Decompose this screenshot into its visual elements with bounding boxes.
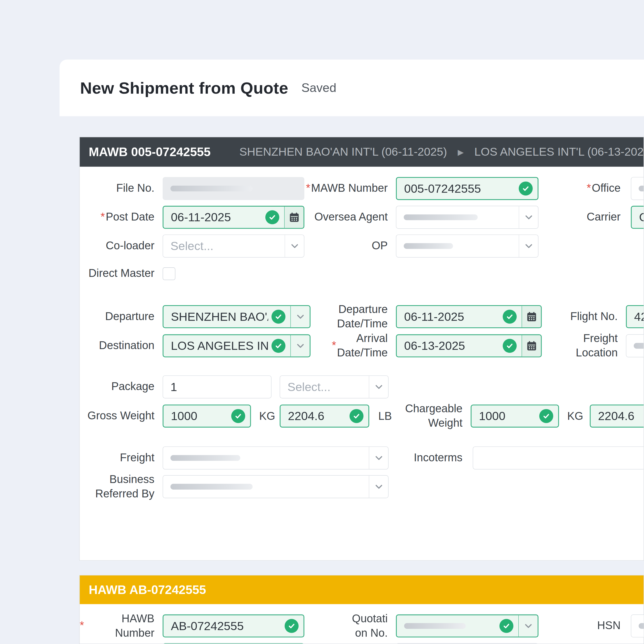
gross-weight-kg-field[interactable]: 1000 [163, 404, 251, 427]
incoterms-label: Incoterms [405, 446, 463, 469]
co-loader-select[interactable]: Select... [163, 234, 304, 257]
redacted-value [639, 186, 644, 191]
hawb-section: HAWB AB-07242555 *HAWB Number AB-0724255… [79, 575, 644, 644]
departure-select[interactable]: SHENZHEN BAO'AN INT'L [163, 305, 311, 328]
check-icon [231, 409, 245, 423]
hsn-label: HSN [586, 614, 621, 637]
file-no-field[interactable] [163, 177, 304, 200]
gross-weight-lb-field[interactable]: 2204.6 [280, 404, 369, 427]
kg-unit-label: KG [259, 404, 280, 427]
oversea-agent-select[interactable] [396, 206, 538, 229]
chevron-down-icon[interactable] [519, 206, 538, 228]
redacted-value [404, 623, 466, 629]
chargeable-weight-lb-value: 2204.6 [591, 409, 644, 423]
chargeable-weight-kg-value: 1000 [472, 409, 536, 423]
check-icon [285, 619, 299, 633]
hawb-number-value: AB-07242555 [163, 619, 281, 633]
chargeable-weight-lb-field[interactable]: 2204.6 [590, 404, 644, 427]
flight-no-label: Flight No. [564, 305, 618, 328]
flight-no-field[interactable]: 42 [626, 305, 644, 328]
package-count-value: 1 [163, 380, 271, 394]
check-icon [272, 310, 285, 323]
mawb-route-destination: LOS ANGELES INT'L (06-13-2025) [474, 145, 644, 159]
mawb-header-bar: MAWB 005-07242555 SHENZHEN BAO'AN INT'L … [80, 137, 644, 167]
redacted-value [404, 214, 478, 220]
lb-unit-label: LB [378, 404, 399, 427]
destination-value: LOS ANGELES INT'L [163, 339, 268, 353]
oversea-agent-label: Oversea Agent [302, 206, 388, 229]
freight-select[interactable] [163, 446, 389, 469]
post-date-field[interactable]: 06-11-2025 [163, 206, 304, 229]
check-icon [539, 409, 553, 423]
redacted-value [639, 623, 644, 629]
redacted-value [404, 243, 453, 249]
freight-location-field[interactable] [626, 334, 644, 357]
mawb-form: File No. *MAWB Number 005-07242555 *Offi… [80, 167, 644, 561]
mawb-title: MAWB 005-07242555 [89, 145, 211, 159]
partial-field[interactable] [163, 643, 304, 644]
check-icon [265, 210, 279, 224]
quotation-no-label: Quotation No. [351, 614, 388, 637]
package-count-field[interactable]: 1 [163, 375, 272, 398]
office-label: *Office [575, 177, 621, 200]
calendar-icon[interactable] [284, 207, 303, 228]
hsn-field[interactable] [631, 614, 644, 637]
package-label: Package [80, 375, 154, 398]
hawb-number-label: *HAWB Number [80, 614, 154, 637]
freight-location-label: Freight Location [564, 334, 618, 357]
chevron-down-icon[interactable] [285, 235, 304, 257]
arrival-datetime-field[interactable]: 06-13-2025 [396, 334, 542, 357]
chevron-down-icon[interactable] [369, 476, 388, 498]
business-referred-by-select[interactable] [163, 475, 389, 498]
chevron-down-icon[interactable] [518, 615, 538, 637]
kg-unit-label: KG [567, 404, 588, 427]
route-arrow-icon: ▶ [458, 147, 464, 157]
required-marker: * [101, 210, 105, 224]
mawb-number-field[interactable]: 005-07242555 [396, 177, 538, 200]
destination-label: Destination [80, 334, 154, 357]
incoterms-field[interactable] [473, 446, 644, 469]
office-field[interactable] [631, 177, 644, 200]
co-loader-placeholder: Select... [163, 239, 284, 253]
quotation-no-select[interactable] [396, 614, 538, 637]
carrier-field[interactable]: C [631, 206, 644, 229]
calendar-icon[interactable] [522, 306, 541, 327]
chevron-down-icon[interactable] [369, 376, 388, 398]
chevron-down-icon[interactable] [369, 447, 388, 469]
destination-select[interactable]: LOS ANGELES INT'L [163, 334, 311, 357]
hawb-number-field[interactable]: AB-07242555 [163, 614, 304, 637]
departure-datetime-value: 06-11-2025 [397, 310, 499, 323]
required-marker: * [306, 181, 310, 196]
partial-field[interactable] [396, 643, 538, 644]
chevron-down-icon[interactable] [290, 335, 310, 357]
co-loader-label: Co-loader [80, 234, 154, 257]
arrival-datetime-value: 06-13-2025 [397, 339, 499, 353]
chevron-down-icon[interactable] [290, 306, 310, 327]
carrier-label: Carrier [575, 206, 621, 229]
op-label: OP [302, 234, 388, 257]
check-icon [519, 181, 533, 195]
gross-weight-label: Gross Weight [80, 404, 154, 427]
direct-master-label: Direct Master [80, 267, 154, 281]
package-type-select[interactable]: Select... [280, 375, 389, 398]
hawb-form: *HAWB Number AB-07242555 Quotation No. H… [80, 604, 644, 644]
flight-no-value: 42 [627, 310, 644, 323]
redacted-value [171, 186, 253, 191]
chargeable-weight-kg-field[interactable]: 1000 [471, 404, 559, 427]
mawb-section: MAWB 005-07242555 SHENZHEN BAO'AN INT'L … [79, 137, 644, 561]
calendar-icon[interactable] [522, 335, 541, 357]
package-type-placeholder: Select... [280, 380, 369, 394]
redacted-value [171, 455, 240, 461]
chevron-down-icon[interactable] [519, 235, 538, 257]
direct-master-checkbox[interactable] [163, 267, 175, 280]
op-select[interactable] [396, 234, 538, 257]
chargeable-weight-label: Chargeable Weight [405, 404, 463, 427]
departure-value: SHENZHEN BAO'AN INT'L [163, 310, 268, 323]
gross-weight-kg-value: 1000 [163, 409, 228, 423]
carrier-value: C [632, 211, 644, 224]
check-icon [499, 619, 513, 633]
gross-weight-lb-value: 2204.6 [281, 409, 346, 423]
departure-datetime-field[interactable]: 06-11-2025 [396, 305, 542, 328]
redacted-value [171, 484, 253, 490]
mawb-number-label: *MAWB Number [302, 177, 388, 200]
